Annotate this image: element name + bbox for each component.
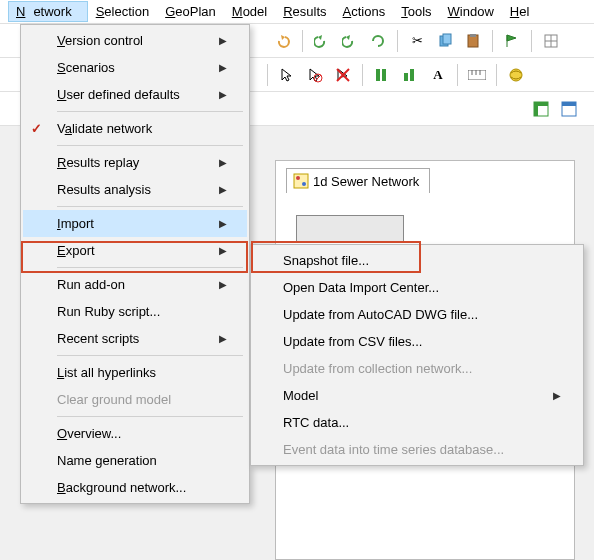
refresh-icon[interactable]: [367, 30, 389, 52]
svg-rect-1: [443, 34, 451, 44]
svg-rect-14: [410, 69, 414, 81]
svg-rect-13: [404, 73, 408, 81]
svg-rect-15: [468, 70, 486, 80]
redo-icon[interactable]: [311, 30, 333, 52]
align-2-icon[interactable]: [399, 64, 421, 86]
redo2-icon[interactable]: [339, 30, 361, 52]
import-submenu: Snapshot file... Open Data Import Center…: [250, 244, 584, 466]
submenu-update-dwg[interactable]: Update from AutoCAD DWG file...: [253, 301, 581, 328]
undo-icon[interactable]: [272, 30, 294, 52]
menu-actions[interactable]: Actions: [335, 1, 394, 22]
paste-icon[interactable]: [462, 30, 484, 52]
menu-scenarios[interactable]: Scenarios▶: [23, 54, 247, 81]
menu-export[interactable]: Export▶: [23, 237, 247, 264]
chevron-right-icon: ▶: [219, 333, 227, 344]
menu-run-addon[interactable]: Run add-on▶: [23, 271, 247, 298]
canvas-inner-box: [296, 215, 404, 243]
separator: [57, 267, 243, 268]
svg-rect-25: [294, 174, 308, 188]
menu-recent-scripts[interactable]: Recent scripts▶: [23, 325, 247, 352]
chevron-right-icon: ▶: [219, 89, 227, 100]
cursor-cancel-icon[interactable]: [304, 64, 326, 86]
cursor-icon[interactable]: [276, 64, 298, 86]
menu-network[interactable]: Network: [8, 1, 88, 22]
chevron-right-icon: ▶: [219, 245, 227, 256]
menu-model[interactable]: Model: [224, 1, 275, 22]
menu-import[interactable]: Import▶: [23, 210, 247, 237]
separator: [57, 416, 243, 417]
menu-results[interactable]: Results: [275, 1, 334, 22]
submenu-event-data: Event data into time series database...: [253, 436, 581, 463]
align-1-icon[interactable]: [371, 64, 393, 86]
menu-selection[interactable]: Selection: [88, 1, 157, 22]
menu-overview[interactable]: Overview...: [23, 420, 247, 447]
menu-results-replay[interactable]: Results replay▶: [23, 149, 247, 176]
svg-rect-22: [534, 102, 538, 116]
menu-list-hyperlinks[interactable]: List all hyperlinks: [23, 359, 247, 386]
submenu-model[interactable]: Model▶: [253, 382, 581, 409]
menu-clear-ground-model: Clear ground model: [23, 386, 247, 413]
network-menu: Version control▶ Scenarios▶ User defined…: [20, 24, 250, 504]
submenu-rtc-data[interactable]: RTC data...: [253, 409, 581, 436]
menu-results-analysis[interactable]: Results analysis▶: [23, 176, 247, 203]
document-tab[interactable]: 1d Sewer Network: [286, 168, 430, 193]
svg-rect-3: [470, 34, 476, 37]
svg-rect-12: [382, 69, 386, 81]
svg-point-27: [302, 182, 306, 186]
svg-point-26: [296, 176, 300, 180]
menu-run-ruby[interactable]: Run Ruby script...: [23, 298, 247, 325]
globe-icon[interactable]: [505, 64, 527, 86]
menu-window[interactable]: Window: [440, 1, 502, 22]
table-blue-icon[interactable]: [558, 98, 580, 120]
ruler-icon[interactable]: [466, 64, 488, 86]
chevron-right-icon: ▶: [553, 390, 561, 401]
submenu-update-collection: Update from collection network...: [253, 355, 581, 382]
separator: [57, 145, 243, 146]
chevron-right-icon: ▶: [219, 62, 227, 73]
svg-rect-24: [562, 102, 576, 106]
font-icon[interactable]: A: [427, 64, 449, 86]
chevron-right-icon: ▶: [219, 157, 227, 168]
svg-rect-11: [376, 69, 380, 81]
table-green-icon[interactable]: [530, 98, 552, 120]
separator: [57, 111, 243, 112]
menubar: Network Selection GeoPlan Model Results …: [0, 0, 594, 24]
chevron-right-icon: ▶: [219, 35, 227, 46]
menu-version-control[interactable]: Version control▶: [23, 27, 247, 54]
flag-icon[interactable]: [501, 30, 523, 52]
menu-help[interactable]: Hel: [502, 1, 538, 22]
submenu-open-data-import[interactable]: Open Data Import Center...: [253, 274, 581, 301]
network-doc-icon: [293, 173, 309, 189]
menu-tools[interactable]: Tools: [393, 1, 439, 22]
chevron-right-icon: ▶: [219, 218, 227, 229]
copy-icon[interactable]: [434, 30, 456, 52]
separator: [57, 355, 243, 356]
submenu-update-csv[interactable]: Update from CSV files...: [253, 328, 581, 355]
submenu-snapshot-file[interactable]: Snapshot file...: [253, 247, 581, 274]
grid-icon[interactable]: [540, 30, 562, 52]
menu-geoplan[interactable]: GeoPlan: [157, 1, 224, 22]
menu-user-defined-defaults[interactable]: User defined defaults▶: [23, 81, 247, 108]
cut-icon[interactable]: ✂: [406, 30, 428, 52]
menu-validate-network[interactable]: ✓Validate network: [23, 115, 247, 142]
menu-name-generation[interactable]: Name generation: [23, 447, 247, 474]
document-tab-label: 1d Sewer Network: [313, 174, 419, 189]
chevron-right-icon: ▶: [219, 184, 227, 195]
separator: [57, 206, 243, 207]
menu-background-network[interactable]: Background network...: [23, 474, 247, 501]
check-icon: ✓: [31, 121, 42, 136]
chevron-right-icon: ▶: [219, 279, 227, 290]
crossed-cursor-icon[interactable]: [332, 64, 354, 86]
